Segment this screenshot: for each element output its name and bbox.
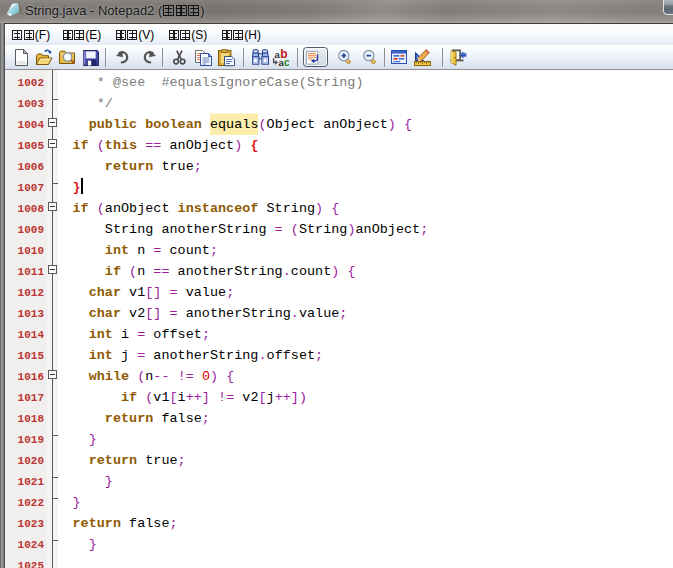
svg-text:c: c [284, 57, 289, 67]
